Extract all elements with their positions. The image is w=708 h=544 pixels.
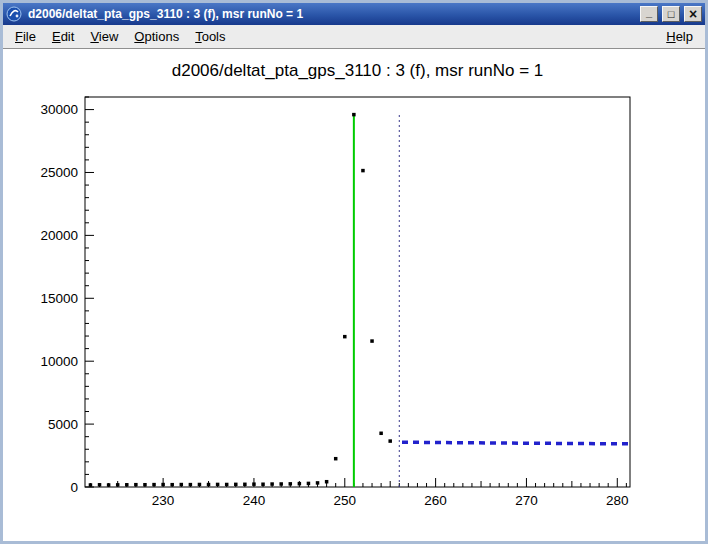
menu-view[interactable]: View — [82, 26, 126, 47]
y-tick-label: 30000 — [40, 102, 78, 117]
y-tick-label: 5000 — [48, 417, 78, 432]
menu-file[interactable]: File — [7, 26, 44, 47]
y-tick-label: 0 — [70, 480, 78, 495]
menu-help[interactable]: Help — [658, 26, 701, 47]
app-icon-graphic — [6, 6, 22, 22]
y-tick-label: 10000 — [40, 354, 78, 369]
x-tick-label: 270 — [515, 493, 538, 508]
titlebar[interactable]: d2006/deltat_pta_gps_3110 : 3 (f), msr r… — [3, 3, 705, 25]
x-tick-label: 280 — [606, 493, 629, 508]
y-tick-label: 20000 — [40, 228, 78, 243]
y-axis: 050001000015000200002500030000 — [40, 97, 94, 495]
theory-line — [402, 442, 630, 444]
menu-options[interactable]: Options — [126, 26, 187, 47]
menu-edit[interactable]: Edit — [44, 26, 82, 47]
plot-svg: d2006/deltat_pta_gps_3110 : 3 (f), msr r… — [3, 49, 705, 541]
menubar: File Edit View Options Tools Help — [3, 25, 705, 49]
plot-title: d2006/deltat_pta_gps_3110 : 3 (f), msr r… — [172, 61, 544, 80]
y-tick-label: 15000 — [40, 291, 78, 306]
minimize-button[interactable]: _ — [640, 6, 658, 22]
plot-canvas[interactable]: d2006/deltat_pta_gps_3110 : 3 (f), msr r… — [3, 49, 705, 541]
menu-tools[interactable]: Tools — [187, 26, 233, 47]
x-tick-label: 260 — [424, 493, 447, 508]
close-button[interactable]: × — [684, 6, 702, 22]
maximize-button[interactable]: □ — [662, 6, 680, 22]
x-axis: 230240250260270280 — [90, 478, 628, 508]
x-tick-label: 250 — [334, 493, 357, 508]
app-icon[interactable] — [6, 6, 22, 22]
x-tick-label: 240 — [243, 493, 266, 508]
window-title: d2006/deltat_pta_gps_3110 : 3 (f), msr r… — [26, 7, 636, 21]
plot-frame — [85, 97, 630, 487]
histogram-data — [89, 113, 392, 487]
x-tick-label: 230 — [152, 493, 175, 508]
y-tick-label: 25000 — [40, 165, 78, 180]
app-window: d2006/deltat_pta_gps_3110 : 3 (f), msr r… — [0, 0, 708, 544]
